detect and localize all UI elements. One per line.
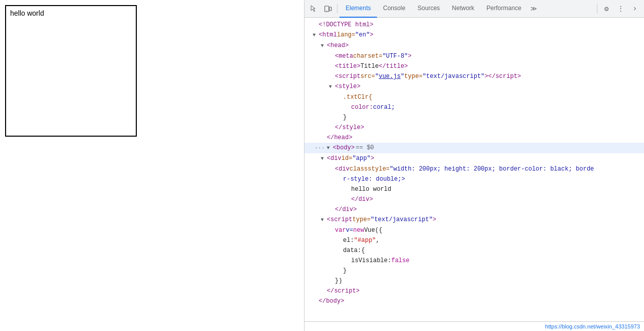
triangle-div-app[interactable]	[321, 154, 327, 163]
code-script-close: </script>	[305, 286, 644, 296]
devtools-tabs: Elements Console Sources Network Perform…	[339, 0, 595, 18]
code-style-close: </style>	[305, 122, 644, 133]
code-js-data-close: }	[305, 266, 644, 276]
code-js-data: data:{	[305, 245, 644, 256]
undock-icon[interactable]: ›	[628, 2, 642, 16]
svg-point-2	[326, 11, 327, 11]
code-body-open[interactable]: ··· <body> == $0	[305, 143, 644, 153]
tab-sources[interactable]: Sources	[411, 0, 446, 18]
devtools-footer: https://blog.csdn.net/weixin_43315973	[305, 321, 644, 331]
code-js-var: var v= new Vue({	[305, 225, 644, 235]
code-style-open[interactable]: <style>	[305, 81, 644, 92]
inspect-element-icon[interactable]	[307, 2, 321, 16]
code-div-app-close: </div>	[305, 204, 644, 215]
triangle-script[interactable]	[321, 216, 327, 225]
tab-network[interactable]: Network	[446, 0, 480, 18]
toolbar-divider-2	[597, 4, 597, 13]
body-dots-menu[interactable]: ···	[313, 143, 327, 152]
code-doctype: <!DOCTYPE html>	[305, 20, 644, 30]
code-div-inner-close: </div>	[305, 194, 644, 204]
triangle-style[interactable]	[329, 82, 335, 92]
toolbar-divider-1	[337, 4, 337, 13]
triangle-html[interactable]	[313, 31, 319, 40]
code-div-inner-cont: r-style: double;>	[305, 174, 644, 184]
code-css-close-brace: }	[305, 112, 644, 122]
code-meta: <meta charset="UTF-8" >	[305, 51, 644, 61]
more-options-icon[interactable]: ⋮	[614, 2, 628, 16]
tab-elements[interactable]: Elements	[339, 0, 377, 18]
code-script-open[interactable]: <script type="text/javascript" >	[305, 215, 644, 225]
code-html-open[interactable]: <html lang="en" >	[305, 30, 644, 40]
webpage-preview: hello world	[0, 0, 304, 331]
devtools-panel: Elements Console Sources Network Perform…	[304, 0, 644, 331]
code-js-el: el:"#app",	[305, 235, 644, 245]
settings-icon[interactable]: ⚙	[599, 2, 614, 16]
preview-text: hello world	[10, 9, 44, 17]
code-hello-world: hello world	[305, 184, 644, 194]
code-css-class: .txtClr{	[305, 92, 644, 102]
footer-url: https://blog.csdn.net/weixin_43315973	[545, 323, 640, 329]
code-css-prop: color: coral;	[305, 102, 644, 112]
devtools-toolbar: Elements Console Sources Network Perform…	[305, 0, 644, 18]
tab-performance[interactable]: Performance	[480, 0, 527, 18]
code-title: <title> Title </title>	[305, 61, 644, 71]
code-div-inner: <div class style="width: 200px; height: …	[305, 164, 644, 174]
devtools-code-view: <!DOCTYPE html> <html lang="en" > <head>…	[305, 18, 644, 321]
device-toolbar-icon[interactable]	[321, 2, 335, 16]
code-body-close: </body>	[305, 296, 644, 306]
code-head-open[interactable]: <head>	[305, 40, 644, 51]
code-script-vuejs: <script src="vue.js" type="text/javascri…	[305, 71, 644, 81]
code-js-vue-close: })	[305, 276, 644, 286]
code-js-isvisiable: isVisiable:false	[305, 256, 644, 266]
code-head-close: </head>	[305, 133, 644, 143]
tab-console[interactable]: Console	[377, 0, 411, 18]
more-tabs-button[interactable]: ≫	[527, 0, 540, 18]
triangle-body[interactable]	[327, 144, 333, 153]
svg-rect-1	[329, 7, 331, 11]
code-div-app[interactable]: <div id="app" >	[305, 153, 644, 164]
triangle-head[interactable]	[321, 42, 327, 51]
preview-box: hello world	[5, 5, 137, 137]
